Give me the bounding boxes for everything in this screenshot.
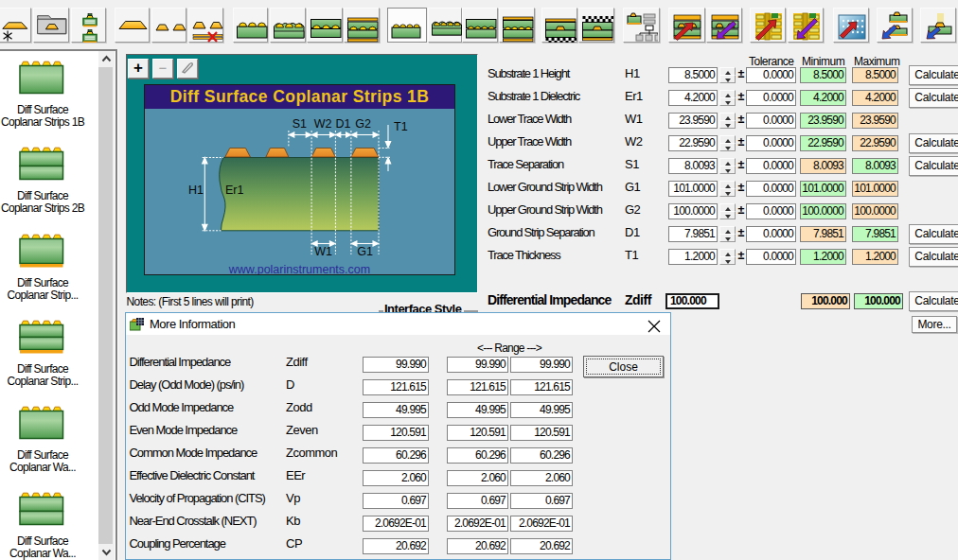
svg-text:H1: H1 <box>188 184 204 197</box>
svg-text:G1: G1 <box>357 245 373 258</box>
svg-text:W2: W2 <box>314 117 332 131</box>
svg-text:T1: T1 <box>394 120 408 133</box>
svg-text:W1: W1 <box>314 245 332 258</box>
svg-text:www.polarinstruments.com: www.polarinstruments.com <box>228 263 370 274</box>
svg-text:Er1: Er1 <box>225 184 244 197</box>
svg-text:D1: D1 <box>336 117 351 131</box>
svg-text:S1: S1 <box>293 117 307 131</box>
svg-text:G2: G2 <box>355 117 371 131</box>
